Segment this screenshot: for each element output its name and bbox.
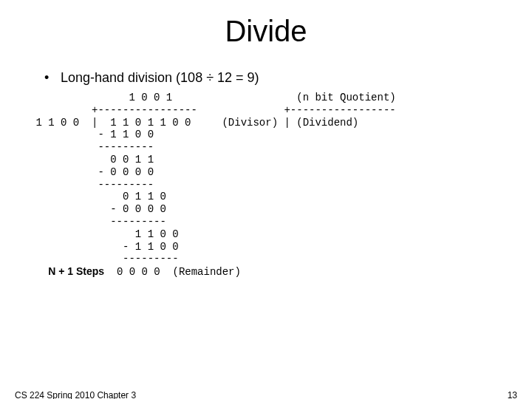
div-line-7: --------- <box>30 179 154 191</box>
div-line-8: 0 1 1 0 <box>30 191 166 202</box>
bullet-dot: • <box>44 70 61 86</box>
remainder-line: 0 0 0 0 (Remainder) <box>104 266 241 278</box>
footer-left: CS 224 Spring 2010 Chapter 3 <box>15 390 136 399</box>
div-line-3: - 1 1 0 0 <box>30 129 154 140</box>
div-line-0: 1 0 0 1 (n bit Quotient) <box>30 92 396 103</box>
slide-title: Divide <box>0 15 532 48</box>
div-line-9: - 0 0 0 0 <box>30 203 166 215</box>
div-line-12: - 1 1 0 0 <box>30 241 179 253</box>
steps-label: N + 1 Steps <box>48 265 104 277</box>
div-line-13: --------- <box>30 253 179 265</box>
bullet-text: Long-hand division (108 ÷ 12 = 9) <box>61 70 259 85</box>
div-line-2: 1 1 0 0 | 1 1 0 1 1 0 0 (Divisor) | (Div… <box>30 117 358 129</box>
div-line-1: +---------------- +----------------- <box>30 104 396 116</box>
long-division-block: 1 0 0 1 (n bit Quotient) +--------------… <box>30 92 532 279</box>
slide-number: 13 <box>508 390 517 399</box>
div-line-10: --------- <box>30 216 166 228</box>
div-line-4: --------- <box>30 141 154 153</box>
div-line-6: - 0 0 0 0 <box>30 166 154 178</box>
div-line-11: 1 1 0 0 <box>30 228 179 240</box>
bullet-line: •Long-hand division (108 ÷ 12 = 9) <box>44 70 532 86</box>
div-line-5: 0 0 1 1 <box>30 154 154 166</box>
